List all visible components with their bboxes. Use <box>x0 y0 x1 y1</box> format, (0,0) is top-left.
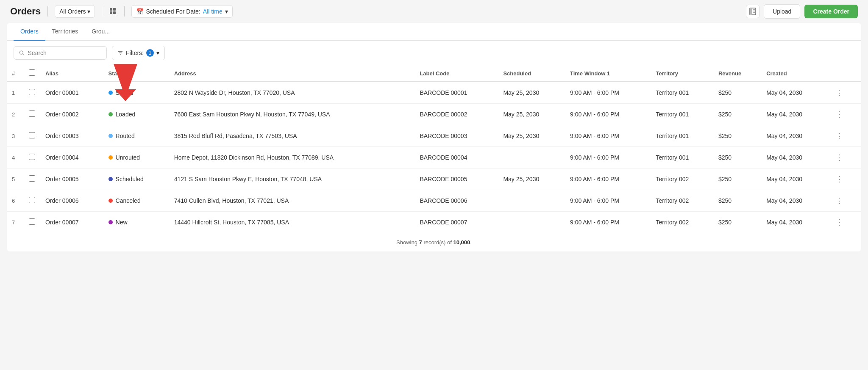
row-checkbox-cell[interactable] <box>24 147 40 168</box>
row-label-code: BARCODE 00007 <box>415 212 498 233</box>
status-dot-icon <box>108 177 113 181</box>
status-label: Routed <box>116 133 135 139</box>
divider-3 <box>124 6 125 17</box>
row-alias: Order 00006 <box>40 190 103 212</box>
status-dot-icon <box>108 112 113 116</box>
search-input[interactable] <box>28 50 101 56</box>
row-num: 7 <box>7 212 24 233</box>
status-dot-icon <box>108 199 113 203</box>
more-button[interactable]: ⋮ <box>833 130 846 141</box>
row-territory: Territory 001 <box>651 104 713 125</box>
row-more-actions[interactable]: ⋮ <box>828 82 861 104</box>
upload-button[interactable]: Upload <box>764 4 800 19</box>
calendar-icon: 📅 <box>136 8 143 15</box>
scheduled-date-button[interactable]: 📅 Scheduled For Date: All time ▾ <box>131 5 232 18</box>
page-title: Orders <box>10 6 41 17</box>
row-revenue: $250 <box>713 125 761 147</box>
row-created: May 04, 2030 <box>761 125 828 147</box>
col-checkbox <box>24 65 40 82</box>
tab-orders[interactable]: Orders <box>14 23 45 41</box>
create-order-button[interactable]: Create Order <box>804 5 858 18</box>
row-more-actions[interactable]: ⋮ <box>828 212 861 233</box>
row-scheduled <box>498 212 565 233</box>
grid-view-icon[interactable] <box>109 7 117 16</box>
row-scheduled: May 25, 2030 <box>498 82 565 104</box>
status-dot-icon <box>108 134 113 138</box>
toolbar-area: Filters: 1 ▾ <box>7 41 861 65</box>
row-more-actions[interactable]: ⋮ <box>828 147 861 168</box>
row-label-code: BARCODE 00004 <box>415 147 498 168</box>
row-num: 3 <box>7 125 24 147</box>
row-checkbox[interactable] <box>29 197 35 203</box>
status-label: Scheduled <box>116 176 144 182</box>
row-time-window: 9:00 AM - 6:00 PM <box>565 82 651 104</box>
row-checkbox[interactable] <box>29 89 35 95</box>
row-revenue: $250 <box>713 82 761 104</box>
row-label-code: BARCODE 00001 <box>415 82 498 104</box>
row-checkbox-cell[interactable] <box>24 212 40 233</box>
row-checkbox-cell[interactable] <box>24 82 40 104</box>
row-address: 7410 Cullen Blvd, Houston, TX 77021, USA <box>169 190 415 212</box>
svg-line-13 <box>22 54 24 55</box>
row-checkbox-cell[interactable] <box>24 104 40 125</box>
filter-count-badge: 1 <box>146 49 154 57</box>
search-box[interactable] <box>14 46 107 60</box>
all-orders-button[interactable]: All Orders ▾ <box>55 5 95 18</box>
row-status: Canceled <box>103 190 169 212</box>
row-checkbox-cell[interactable] <box>24 190 40 212</box>
row-more-actions[interactable]: ⋮ <box>828 190 861 212</box>
col-alias: Alias <box>40 65 103 82</box>
row-more-actions[interactable]: ⋮ <box>828 168 861 190</box>
chevron-down-icon: ▾ <box>87 8 90 15</box>
filter-icon <box>117 50 123 56</box>
filter-button[interactable]: Filters: 1 ▾ <box>112 46 165 60</box>
row-created: May 04, 2030 <box>761 147 828 168</box>
toolbar: Filters: 1 ▾ <box>7 41 861 65</box>
row-checkbox[interactable] <box>29 132 35 138</box>
row-label-code: BARCODE 00006 <box>415 190 498 212</box>
tab-groups[interactable]: Grou... <box>85 23 117 41</box>
row-checkbox[interactable] <box>29 154 35 160</box>
svg-rect-5 <box>750 8 752 15</box>
row-status: Loaded <box>103 104 169 125</box>
row-checkbox-cell[interactable] <box>24 168 40 190</box>
svg-rect-0 <box>110 8 112 11</box>
row-revenue: $250 <box>713 212 761 233</box>
col-scheduled: Scheduled <box>498 65 565 82</box>
row-address: Home Depot, 11820 Dickinson Rd, Houston,… <box>169 147 415 168</box>
footer-text: Showing 7 record(s) of 10,000. <box>7 233 861 252</box>
row-num: 6 <box>7 190 24 212</box>
row-checkbox[interactable] <box>29 110 35 117</box>
more-button[interactable]: ⋮ <box>833 195 846 206</box>
row-time-window: 9:00 AM - 6:00 PM <box>565 147 651 168</box>
svg-rect-1 <box>113 8 116 11</box>
col-created: Created <box>761 65 828 82</box>
more-button[interactable]: ⋮ <box>833 217 846 228</box>
row-alias: Order 00007 <box>40 212 103 233</box>
row-checkbox-cell[interactable] <box>24 125 40 147</box>
row-checkbox[interactable] <box>29 175 35 182</box>
top-bar: Orders All Orders ▾ 📅 Scheduled For Date… <box>0 0 868 23</box>
more-button[interactable]: ⋮ <box>833 174 846 185</box>
row-scheduled: May 25, 2030 <box>498 104 565 125</box>
row-status: Sorted <box>103 82 169 104</box>
more-button[interactable]: ⋮ <box>833 109 846 120</box>
more-button[interactable]: ⋮ <box>833 152 846 163</box>
chevron-down-icon-2: ▾ <box>225 8 228 15</box>
row-alias: Order 00003 <box>40 125 103 147</box>
row-territory: Territory 001 <box>651 82 713 104</box>
row-address: 3815 Red Bluff Rd, Pasadena, TX 77503, U… <box>169 125 415 147</box>
tab-territories[interactable]: Territories <box>45 23 85 41</box>
divider-1 <box>47 6 48 17</box>
more-button[interactable]: ⋮ <box>833 87 846 98</box>
row-checkbox[interactable] <box>29 218 35 225</box>
row-address: 2802 N Wayside Dr, Houston, TX 77020, US… <box>169 82 415 104</box>
table-header-row: # Alias Status Address Label Code Schedu… <box>7 65 861 82</box>
row-more-actions[interactable]: ⋮ <box>828 104 861 125</box>
svg-point-12 <box>19 51 23 54</box>
select-all-checkbox[interactable] <box>29 69 35 76</box>
divider-2 <box>102 6 102 17</box>
row-more-actions[interactable]: ⋮ <box>828 125 861 147</box>
col-hash: # <box>7 65 24 82</box>
book-icon[interactable] <box>746 5 760 18</box>
